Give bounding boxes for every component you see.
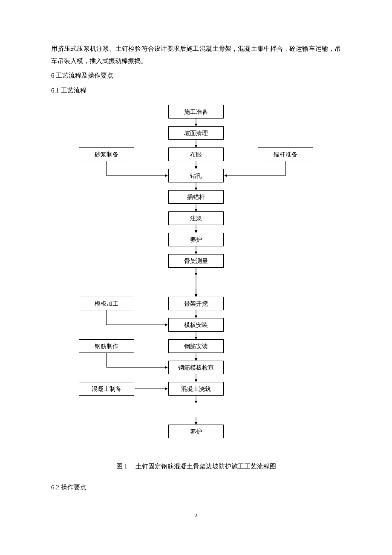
figure-caption: 图 1 土钉固定钢筋混凝土骨架边坡防护施工工艺流程图: [51, 460, 341, 473]
node-formwork-fab: 模板加工: [79, 297, 134, 310]
node-prep: 施工准备: [168, 105, 224, 119]
node-mortar-prep: 砂浆制备: [79, 147, 134, 161]
node-frame-excavate: 骨架开挖: [168, 297, 224, 310]
node-curing-2: 养护: [168, 425, 224, 438]
node-layout-holes: 布眼: [168, 147, 224, 161]
node-formwork-install: 模板安装: [168, 318, 224, 332]
node-insert-anchor: 插锚杆: [168, 190, 224, 204]
heading-6-2: 6.2 操作要点: [51, 481, 341, 494]
node-rebar-fab: 钢筋制作: [79, 339, 134, 353]
figure-title: 土钉固定钢筋混凝土骨架边坡防护施工工艺流程图: [135, 463, 276, 470]
node-curing-1: 养护: [168, 233, 224, 246]
node-slope-clean: 坡面清理: [168, 126, 224, 140]
node-anchor-prep: 锚杆准备: [258, 147, 313, 161]
node-rebar-form-check: 钢筋模板检查: [168, 361, 224, 374]
figure-number: 图 1: [116, 463, 127, 470]
node-grouting: 注浆: [168, 211, 224, 225]
node-concrete-prep: 混凝土制备: [79, 382, 134, 396]
intro-paragraph: 用挤压式压浆机注浆。土钉检验符合设计要求后施工混凝土骨架，混凝土集中拌合，砼运输…: [51, 43, 341, 67]
heading-6-1: 6.1 工艺流程: [51, 84, 341, 97]
page-number: 2: [51, 510, 341, 521]
node-drill: 钻孔: [168, 169, 224, 182]
flowchart: 施工准备 坡面清理 布眼 砂浆制备 锚杆准备 钻孔 插锚杆 注浆 养护 骨架测量…: [51, 101, 341, 454]
node-rebar-install: 钢筋安装: [168, 339, 224, 353]
heading-6: 6 工艺流程及操作要点: [51, 69, 341, 82]
node-concrete-pour: 混凝土浇筑: [168, 382, 224, 396]
node-frame-survey: 骨架测量: [168, 254, 224, 268]
